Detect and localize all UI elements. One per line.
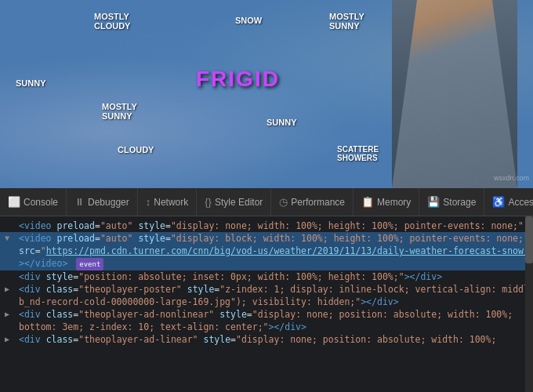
tab-access-label: Access (508, 197, 533, 208)
code-line-10: ▶ <div class="theoplayer-ad-linear" styl… (0, 333, 533, 346)
code-text-4: ></video> event (19, 257, 530, 270)
code-line-9: bottom: 3em; z-index: 10; text-align: ce… (0, 321, 533, 333)
weather-label-mostly-sunny-mid: MOSTLYSUNNY (102, 102, 137, 121)
event-badge[interactable]: event (76, 258, 103, 270)
code-text-10: <div class="theoplayer-ad-linear" style=… (19, 333, 530, 346)
code-line-4: ></video> event (0, 257, 533, 270)
tab-performance[interactable]: ◷ Performance (271, 188, 354, 216)
code-text-6: <div class="theoplayer-poster" style="z-… (19, 283, 530, 296)
code-text-5: <div style="position: absolute; inset: 0… (19, 270, 530, 283)
code-text-7: b_nd-record-cold-00000000-large-169.jpg"… (19, 296, 530, 308)
tab-style-editor-label: Style Editor (215, 197, 263, 208)
code-text-1: <video preload="auto" style="display: no… (19, 220, 530, 232)
expand-arrow-10: ▶ (5, 333, 9, 346)
tab-storage-label: Storage (443, 197, 476, 208)
tab-memory-label: Memory (377, 197, 411, 208)
tab-performance-label: Performance (291, 197, 345, 208)
scrollbar[interactable] (525, 216, 533, 392)
tab-access[interactable]: ♿ Access (484, 188, 533, 216)
weather-label-sunny-left: SUNNY (16, 78, 46, 88)
network-icon: ↕ (146, 196, 151, 208)
tab-debugger-label: Debugger (88, 197, 129, 208)
memory-icon: 📋 (361, 196, 374, 208)
tab-style-editor[interactable]: {} Style Editor (197, 188, 271, 216)
watermark: wsxdn.com (494, 174, 529, 182)
code-content: <video preload="auto" style="display: no… (0, 216, 533, 349)
code-panel: <video preload="auto" style="display: no… (0, 216, 533, 392)
tab-network[interactable]: ↕ Network (138, 188, 198, 216)
weather-label-sunny-mid: SUNNY (266, 118, 297, 127)
code-text-2: <video preload="auto" style="display: bl… (19, 232, 530, 245)
code-line-8: ▶ <div class="theoplayer-ad-nonlinear" s… (0, 308, 533, 321)
access-icon: ♿ (492, 196, 505, 208)
weather-label-cloudy: CLOUDY (118, 145, 154, 154)
expand-arrow-8: ▶ (5, 308, 9, 321)
performance-icon: ◷ (279, 196, 288, 208)
code-line-6: ▶ <div class="theoplayer-poster" style="… (0, 283, 533, 296)
weather-label-scattered: SCATTERESHOWERS (337, 145, 379, 162)
weatherman-figure (392, 0, 517, 188)
console-icon: ⬜ (8, 196, 20, 208)
tab-storage[interactable]: 💾 Storage (419, 188, 484, 216)
weather-label-mostly-cloudy: MOSTLYCLOUDY (94, 12, 130, 31)
weather-banner: MOSTLYCLOUDY SNOW MOSTLYSUNNY FRIGID SUN… (0, 0, 533, 188)
expand-arrow-6: ▶ (5, 283, 9, 296)
storage-icon: 💾 (427, 196, 440, 208)
code-line-1: <video preload="auto" style="display: no… (0, 220, 533, 232)
tab-console[interactable]: ⬜ Console (0, 188, 67, 216)
code-text-9: bottom: 3em; z-index: 10; text-align: ce… (19, 321, 530, 333)
tab-network-label: Network (154, 197, 188, 208)
code-line-5: <div style="position: absolute; inset: 0… (0, 270, 533, 283)
code-text-8: <div class="theoplayer-ad-nonlinear" sty… (19, 308, 530, 321)
weather-label-snow: SNOW (235, 16, 262, 25)
scrollbar-thumb[interactable] (525, 216, 533, 263)
weather-label-frigid: FRIGID (196, 67, 280, 92)
weather-label-mostly-sunny-top: MOSTLYSUNNY (329, 12, 364, 31)
tab-console-label: Console (24, 197, 58, 208)
code-line-2: ▼ <video preload="auto" style="display: … (0, 232, 533, 245)
code-line-3: src="https://pmd.cdn.turner.com/cnn/big/… (0, 245, 533, 257)
tab-debugger[interactable]: ⏸ Debugger (67, 188, 138, 216)
tab-memory[interactable]: 📋 Memory (354, 188, 419, 216)
expand-arrow-2: ▼ (5, 232, 9, 245)
debugger-icon: ⏸ (74, 196, 85, 208)
code-line-7: b_nd-record-cold-00000000-large-169.jpg"… (0, 296, 533, 308)
code-text-3: src="https://pmd.cdn.turner.com/cnn/big/… (19, 245, 530, 257)
devtools-toolbar: ⬜ Console ⏸ Debugger ↕ Network {} Style … (0, 188, 533, 216)
style-editor-icon: {} (205, 196, 212, 208)
